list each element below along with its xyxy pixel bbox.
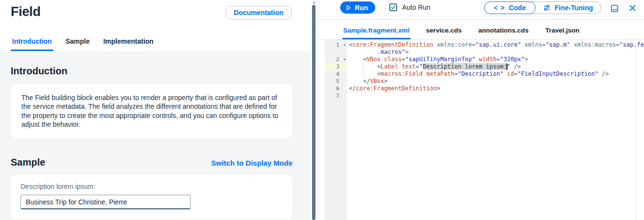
editor-tab-sample-fragment-xml[interactable]: Sample.fragment.xml — [343, 27, 410, 39]
editor-tab-service-cds[interactable]: service.cds — [426, 27, 462, 39]
code-row[interactable]: 7 — [325, 92, 644, 100]
code-row[interactable]: 1▾<core:FragmentDefinition xmlns:core="s… — [325, 41, 644, 49]
code-view-button[interactable]: < > Code — [484, 1, 536, 14]
switch-display-mode-link[interactable]: Switch to Display Mode — [211, 159, 293, 167]
line-number: 7 — [325, 92, 347, 100]
doc-panel-header: Field Documentation IntroductionSampleIm… — [0, 0, 318, 51]
code-editor[interactable]: 1▾<core:FragmentDefinition xmlns:core="s… — [325, 40, 644, 220]
code-row[interactable]: 2▾ <VBox class="sapUiTinyMarginTop" widt… — [325, 56, 644, 63]
doc-panel: Field Documentation IntroductionSampleIm… — [0, 0, 318, 220]
editor-tab-annotations-cds[interactable]: annotations.cds — [478, 27, 529, 39]
fold-icon[interactable]: ▾ — [343, 41, 346, 49]
line-number: 4 — [325, 70, 347, 78]
close-button[interactable] — [629, 4, 636, 12]
auto-run-checkbox-group[interactable]: Auto Run — [389, 1, 430, 14]
doc-panel-body: Introduction The Field building block en… — [0, 51, 310, 220]
line-number: 3 — [325, 63, 347, 70]
code-row[interactable]: 4 <macros:Field metaPath="Description" i… — [325, 70, 644, 78]
scroll-up-icon[interactable]: ▲ — [312, 0, 316, 5]
main-tabs: IntroductionSampleImplementation — [12, 37, 154, 51]
view-segmented-control: < > Code Fine-Tuning — [484, 1, 601, 14]
split-screen-icon — [610, 7, 619, 15]
tab-sample[interactable]: Sample — [66, 37, 90, 51]
introduction-text: The Field building block enables you to … — [21, 94, 278, 128]
check-icon — [391, 5, 396, 10]
code-row[interactable]: 3 <Label text="Description lorem ipsum:"… — [325, 63, 644, 70]
tab-introduction[interactable]: Introduction — [12, 37, 52, 51]
code-brackets-icon: < > — [494, 4, 505, 12]
sample-card: Description lorem ipsum: — [11, 174, 293, 219]
fold-icon[interactable]: ▾ — [343, 56, 346, 63]
line-number: 1▾ — [325, 41, 347, 49]
editor-file-tabs: Sample.fragment.xmlservice.cdsannotation… — [319, 20, 644, 40]
line-number: 6 — [325, 85, 347, 92]
line-number — [325, 49, 347, 56]
sample-heading: Sample — [11, 157, 45, 168]
left-scrollbar-thumb[interactable] — [312, 5, 315, 220]
code-editor-panel: Run Auto Run < > Code — [318, 0, 644, 220]
auto-run-label: Auto Run — [402, 3, 430, 11]
line-number: 2▾ — [325, 56, 347, 63]
field-label: Description lorem ipsum: — [20, 183, 283, 190]
introduction-card: The Field building block enables you to … — [11, 84, 293, 138]
editor-tab-travel-json[interactable]: Travel.json — [545, 27, 580, 39]
introduction-heading: Introduction — [11, 66, 293, 77]
code-row[interactable]: 6</core:FragmentDefinition> — [325, 85, 644, 92]
documentation-button[interactable]: Documentation — [226, 6, 292, 19]
auto-run-checkbox[interactable] — [389, 3, 397, 11]
code-row[interactable]: .macros"> — [325, 49, 644, 56]
split-screen-button[interactable] — [610, 4, 619, 13]
fine-tuning-button[interactable]: Fine-Tuning — [535, 2, 601, 14]
code-row[interactable]: 5 </VBox> — [325, 78, 644, 85]
editor-toolbar: Run Auto Run < > Code — [319, 0, 644, 20]
tab-implementation[interactable]: Implementation — [103, 37, 153, 51]
code-rows: 1▾<core:FragmentDefinition xmlns:core="s… — [325, 40, 644, 100]
close-icon — [629, 6, 636, 13]
sliders-icon — [543, 4, 551, 12]
line-number: 5 — [325, 78, 347, 85]
description-input[interactable] — [20, 195, 191, 209]
run-button[interactable]: Run — [340, 1, 375, 14]
play-icon — [345, 4, 352, 11]
